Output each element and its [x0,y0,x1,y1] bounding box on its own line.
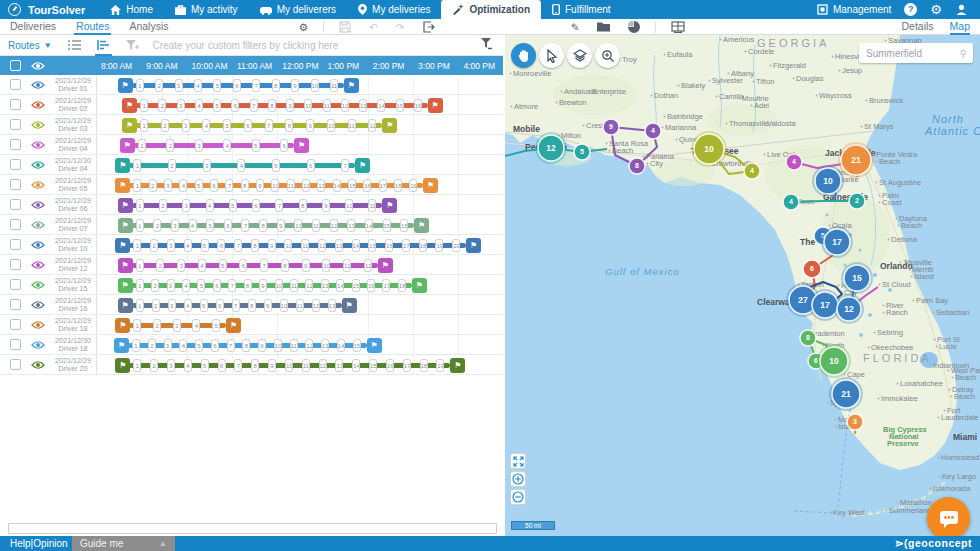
stop-marker[interactable]: 8 [244,279,252,292]
stop-marker[interactable]: 5 [200,299,208,312]
stop-marker[interactable]: 14 [365,219,373,232]
stop-marker[interactable]: 14 [352,359,360,372]
stop-marker[interactable]: 2 [148,339,156,352]
stop-marker[interactable]: 2 [153,319,161,332]
tab-deliveries[interactable]: Deliveries [0,19,66,35]
save-icon[interactable] [339,21,351,33]
row-checkbox[interactable] [10,279,21,290]
stop-marker[interactable]: 6 [217,239,225,252]
horizontal-scrollbar[interactable] [8,523,497,534]
stop-marker[interactable]: 18 [398,279,406,292]
stop-marker[interactable]: 1 [136,219,144,232]
stop-marker[interactable]: 14 [377,99,385,112]
filter-placeholder-text[interactable]: Create your custom filters by clicking h… [153,40,480,51]
stop-marker[interactable]: 5 [229,199,237,212]
route-end-flag[interactable]: ⚑ [428,98,443,113]
route-end-flag[interactable]: ⚑ [226,318,241,333]
stop-marker[interactable]: 6 [210,179,218,192]
stop-marker[interactable]: 11 [343,259,351,272]
route-row[interactable]: 2021/12/29Driver 05⚑12345678910111213141… [0,175,503,195]
stop-marker[interactable]: 4 [194,79,202,92]
stop-marker[interactable]: 8 [299,199,307,212]
stop-marker[interactable]: 1 [136,259,144,272]
stop-marker[interactable]: 8 [242,339,250,352]
stop-marker[interactable]: 13 [328,299,336,312]
stop-marker[interactable]: 3 [203,159,211,172]
stop-marker[interactable]: 12 [318,239,326,252]
stop-marker[interactable]: 2 [150,239,158,252]
route-end-flag[interactable]: ⚑ [367,338,382,353]
row-checkbox[interactable] [10,199,21,210]
stop-marker[interactable]: 17 [379,179,387,192]
stop-marker[interactable]: 4 [179,179,187,192]
map-marker[interactable]: 21 [841,145,871,175]
row-visibility-eye-icon[interactable] [31,80,45,90]
map-marker[interactable]: 4 [783,194,799,210]
nav-item-activity[interactable]: My activity [164,0,249,19]
stop-marker[interactable]: 11 [290,339,298,352]
route-start-flag[interactable]: ⚑ [118,198,133,213]
stop-marker[interactable]: 2 [168,159,176,172]
brand[interactable]: TourSolver [0,0,99,19]
stop-marker[interactable]: 11 [330,79,338,92]
route-row[interactable]: 2021/12/30Driver 18⚑12345678910111213141… [0,335,503,355]
stop-marker[interactable]: 15 [369,359,377,372]
route-end-flag[interactable]: ⚑ [382,198,397,213]
stop-marker[interactable]: 1 [136,199,144,212]
stop-marker[interactable]: 2 [151,279,159,292]
map-search-input[interactable] [859,48,960,59]
help-opinion-link[interactable]: Help|Opinion [10,538,68,549]
stop-marker[interactable]: 5 [206,219,214,232]
stop-marker[interactable]: 1 [133,179,141,192]
stop-marker[interactable]: 9 [256,179,264,192]
redo-icon[interactable]: ↷ [396,21,405,33]
stop-marker[interactable]: 13 [321,339,329,352]
stop-marker[interactable]: 9 [322,199,330,212]
map-marker[interactable]: 12 [837,297,861,321]
stop-marker[interactable]: 17 [403,359,411,372]
route-row[interactable]: 2021/12/29Driver 18⚑12345⚑ [0,315,503,335]
stop-marker[interactable]: 5 [223,119,231,132]
stop-marker[interactable]: 10 [275,279,283,292]
stop-marker[interactable]: 2 [161,119,169,132]
stop-marker[interactable]: 1 [133,159,141,172]
stop-marker[interactable]: 20 [452,239,460,252]
stop-marker[interactable]: 9 [258,339,266,352]
route-start-flag[interactable]: ⚑ [115,178,130,193]
stop-marker[interactable]: 15 [352,279,360,292]
map-marker[interactable]: 4 [786,154,802,170]
stop-marker[interactable]: 14 [336,279,344,292]
guide-me-tab[interactable]: Guide me ▲ [72,536,175,551]
row-visibility-eye-icon[interactable] [31,120,45,130]
stop-marker[interactable]: 16 [400,219,408,232]
stop-marker[interactable]: 4 [198,259,206,272]
map-marker[interactable]: 9 [603,119,619,135]
gantt-settings-gear-icon[interactable]: ⚙ [299,21,308,33]
stop-marker[interactable]: 12 [305,279,313,292]
map-marker[interactable]: 2 [849,193,865,209]
stop-marker[interactable]: 13 [359,99,367,112]
map-panel[interactable]: GEORGIAFLORIDANorthAtlantic OcGulf of Me… [505,35,980,536]
nav-item-fulfillment[interactable]: Fulfillment [541,0,622,19]
stop-marker[interactable]: 15 [396,99,404,112]
stop-marker[interactable]: 3 [195,139,203,152]
stop-marker[interactable]: 7 [252,79,260,92]
stop-marker[interactable]: 7 [341,159,349,172]
stop-marker[interactable]: 13 [347,219,355,232]
stop-marker[interactable]: 1 [133,319,141,332]
stop-marker[interactable]: 16 [363,179,371,192]
stop-marker[interactable]: 11 [312,219,320,232]
stop-marker[interactable]: 9 [291,79,299,92]
stop-marker[interactable]: 13 [335,239,343,252]
stop-marker[interactable]: 3 [167,239,175,252]
stop-marker[interactable]: 3 [182,199,190,212]
route-row[interactable]: 2021/12/29Driver 03⚑123456789101112⚑ [0,115,503,135]
row-visibility-eye-icon[interactable] [31,180,45,190]
stop-marker[interactable]: 3 [167,359,175,372]
route-start-flag[interactable]: ⚑ [120,138,135,153]
route-start-flag[interactable]: ⚑ [115,318,130,333]
route-start-flag[interactable]: ⚑ [114,338,129,353]
stop-marker[interactable]: 5 [195,179,203,192]
list-view-icon[interactable] [68,35,81,56]
stop-marker[interactable]: 14 [352,239,360,252]
